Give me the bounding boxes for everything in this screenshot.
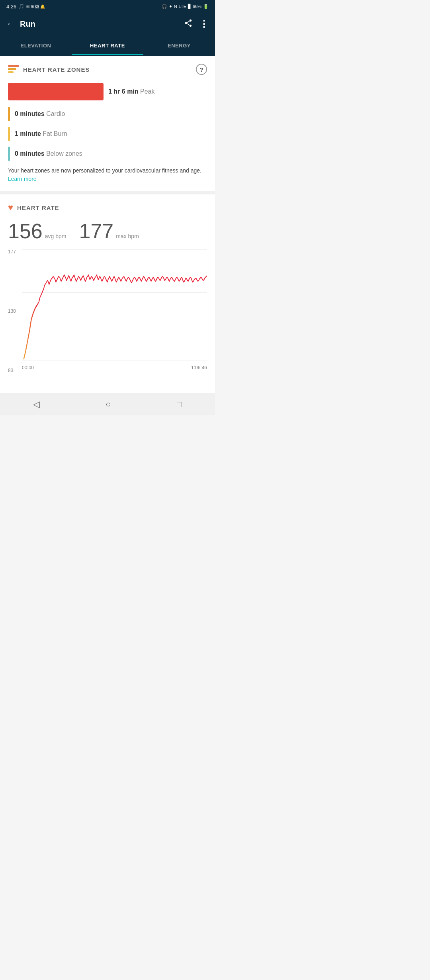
max-bpm-value: 177 [79,221,113,241]
zones-header: HEART RATE ZONES ? [8,64,207,75]
nfc-icon: N [174,4,177,9]
x-end-label: 1:06:46 [191,365,207,370]
battery-icon: 🔋 [203,4,209,9]
fatburn-zone-item: 1 minute Fat Burn [8,127,207,141]
section-divider [0,191,215,194]
tab-bar: ELEVATION HEART RATE ENERGY [0,35,215,56]
zones-section: HEART RATE ZONES ? 1 hr 6 min Peak 0 min… [0,56,215,191]
chart-x-axis: 00:00 1:06:46 [22,363,207,370]
heart-section-title: HEART RATE [17,204,59,211]
headphone-icon: 🎧 [162,4,167,9]
help-button[interactable]: ? [196,64,207,75]
tab-heart-rate[interactable]: HEART RATE [72,36,143,55]
fatburn-text: 1 minute Fat Burn [15,130,67,137]
peak-time: 1 hr 6 min [108,88,139,95]
avg-bpm-label: avg bpm [45,233,66,239]
bluetooth-icon: ✦ [169,4,172,9]
y-min-label: 83 [8,368,16,373]
cardio-text: 0 minutes Cardio [15,110,65,118]
peak-bar [8,83,104,100]
spotify-icon: 🎵 [18,4,24,9]
status-icons: 🎧 ✦ N LTE ▊ 66% 🔋 [162,4,209,9]
max-bpm-stat: 177 max bpm [79,221,139,241]
heart-icon: ♥ [8,202,13,213]
below-time: 0 minutes [15,150,45,157]
avg-bpm-value: 156 [8,221,43,241]
recent-nav-button[interactable]: □ [177,399,182,410]
fatburn-indicator [8,127,10,141]
bottom-nav: ◁ ○ □ [0,393,215,415]
status-time: 4:26 [6,4,16,10]
cardio-indicator [8,107,10,121]
signal-icon: ▊ [188,4,191,9]
zones-icon [8,65,19,74]
notification-icons: ✉ ⊞ 🖼 🔔 — [26,4,50,9]
cardio-zone-item: 0 minutes Cardio [8,107,207,121]
tab-elevation[interactable]: ELEVATION [0,36,72,55]
tab-energy[interactable]: ENERGY [143,36,215,55]
heart-rate-chart: 177 130 83 [8,249,207,385]
below-indicator [8,147,10,161]
nav-title: Run [20,20,35,29]
lte-icon: LTE [179,4,186,9]
zones-title: HEART RATE ZONES [23,66,90,73]
heart-rate-section: ♥ HEART RATE 156 avg bpm 177 max bpm 177… [0,194,215,393]
y-mid-label: 130 [8,309,16,314]
peak-zone-row: 1 hr 6 min Peak [8,83,207,100]
avg-bpm-stat: 156 avg bpm [8,221,66,241]
back-nav-button[interactable]: ◁ [33,399,40,410]
heart-section-header: ♥ HEART RATE [8,202,207,213]
status-bar: 4:26 🎵 ✉ ⊞ 🖼 🔔 — 🎧 ✦ N LTE ▊ 66% 🔋 [0,0,215,13]
x-start-label: 00:00 [22,365,34,370]
max-bpm-label: max bpm [116,233,139,239]
share-button[interactable] [184,19,193,29]
cardio-name: Cardio [46,110,65,117]
below-name: Below zones [46,150,82,157]
battery-text: 66% [193,4,201,9]
chart-area: 00:00 1:06:46 [22,249,207,373]
below-zone-item: 0 minutes Below zones [8,147,207,161]
fatburn-name: Fat Burn [43,130,67,137]
menu-button[interactable]: ⋮ [199,18,209,29]
learn-more-link[interactable]: Learn more [8,176,37,182]
main-content: HEART RATE ZONES ? 1 hr 6 min Peak 0 min… [0,56,215,393]
chart-y-axis: 177 130 83 [8,249,16,373]
y-max-label: 177 [8,249,16,254]
below-text: 0 minutes Below zones [15,150,82,157]
peak-label: 1 hr 6 min Peak [108,88,155,95]
stats-row: 156 avg bpm 177 max bpm [8,221,207,241]
peak-zone-name: Peak [140,88,154,95]
cardio-time: 0 minutes [15,110,45,117]
top-nav: ← Run ⋮ [0,13,215,35]
info-text: Your heart zones are now personalized to… [8,167,207,183]
back-button[interactable]: ← [6,19,15,29]
fatburn-time: 1 minute [15,130,41,137]
home-nav-button[interactable]: ○ [106,399,111,410]
